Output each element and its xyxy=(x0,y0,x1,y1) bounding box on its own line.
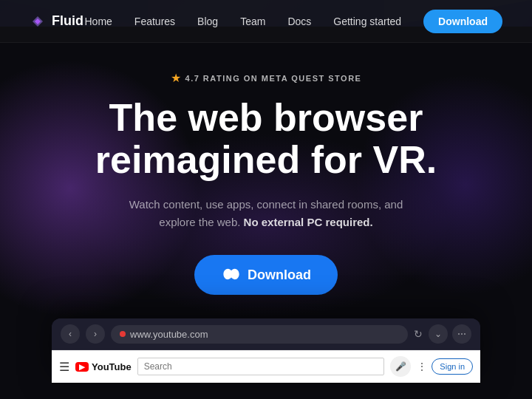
nav-link-features[interactable]: Features xyxy=(134,16,175,27)
hero-download-button[interactable]: Download xyxy=(194,255,338,295)
nav-logo[interactable]: Fluid xyxy=(30,13,83,30)
back-icon: ‹ xyxy=(69,329,72,339)
hero-subtitle: Watch content, use apps, connect in shar… xyxy=(111,196,421,231)
youtube-logo-text: YouTube xyxy=(92,361,132,372)
fluid-logo-icon xyxy=(30,13,46,30)
forward-icon: › xyxy=(94,329,97,339)
nav-link-getting-started[interactable]: Getting started xyxy=(333,16,401,27)
youtube-logo[interactable]: ▶ YouTube xyxy=(75,361,132,372)
nav-links: Home Features Blog Team Docs Getting sta… xyxy=(85,10,503,33)
browser-chevron-button[interactable]: ⌄ xyxy=(429,324,448,344)
rating-badge: ★ 4.7 RATING ON META QUEST STORE xyxy=(171,71,362,85)
browser-forward-button[interactable]: › xyxy=(86,324,105,344)
meta-icon xyxy=(221,265,240,284)
hero-title-line1: The web browser xyxy=(109,96,423,139)
hero-title: The web browser reimagined for VR. xyxy=(95,97,437,181)
hero-section: ★ 4.7 RATING ON META QUEST STORE The web… xyxy=(0,43,532,383)
youtube-more-icon[interactable]: ⋮ xyxy=(417,361,427,372)
hero-download-label: Download xyxy=(248,267,311,283)
nav-link-blog[interactable]: Blog xyxy=(197,16,218,27)
nav-link-docs[interactable]: Docs xyxy=(287,16,311,27)
url-text: www.youtube.com xyxy=(130,329,208,340)
url-security-dot xyxy=(120,331,126,337)
hero-subtitle-bold: No external PC required. xyxy=(244,216,373,228)
logo-text: Fluid xyxy=(52,13,83,29)
browser-action-buttons: ⌄ ⋯ xyxy=(429,324,471,344)
youtube-search-input[interactable] xyxy=(137,358,385,375)
chevron-down-icon: ⌄ xyxy=(434,329,442,339)
more-icon: ⋯ xyxy=(457,329,466,339)
mic-icon: 🎤 xyxy=(395,361,406,372)
browser-refresh-button[interactable]: ↻ xyxy=(414,328,423,340)
nav-link-team[interactable]: Team xyxy=(240,16,265,27)
youtube-mini-bar: ☰ ▶ YouTube 🎤 ⋮ Sign in xyxy=(52,350,480,383)
navbar: Fluid Home Features Blog Team Docs Getti… xyxy=(0,0,532,43)
browser-more-button[interactable]: ⋯ xyxy=(452,324,471,344)
youtube-action-buttons: ⋮ Sign in xyxy=(417,358,473,375)
youtube-hamburger-icon[interactable]: ☰ xyxy=(59,360,69,374)
nav-download-button[interactable]: Download xyxy=(423,10,502,33)
hero-title-line2: reimagined for VR. xyxy=(95,138,437,181)
nav-link-home[interactable]: Home xyxy=(85,16,112,27)
youtube-logo-icon: ▶ xyxy=(75,362,89,372)
browser-url-bar[interactable]: www.youtube.com xyxy=(111,325,408,344)
youtube-mic-button[interactable]: 🎤 xyxy=(390,356,411,377)
rating-text: 4.7 RATING ON META QUEST STORE xyxy=(185,74,362,83)
browser-mockup: ‹ › www.youtube.com ↻ ⌄ ⋯ ☰ xyxy=(52,318,480,383)
star-icon: ★ xyxy=(171,71,181,85)
browser-toolbar: ‹ › www.youtube.com ↻ ⌄ ⋯ xyxy=(52,318,480,350)
browser-back-button[interactable]: ‹ xyxy=(61,324,80,344)
youtube-signin-button[interactable]: Sign in xyxy=(432,358,473,375)
